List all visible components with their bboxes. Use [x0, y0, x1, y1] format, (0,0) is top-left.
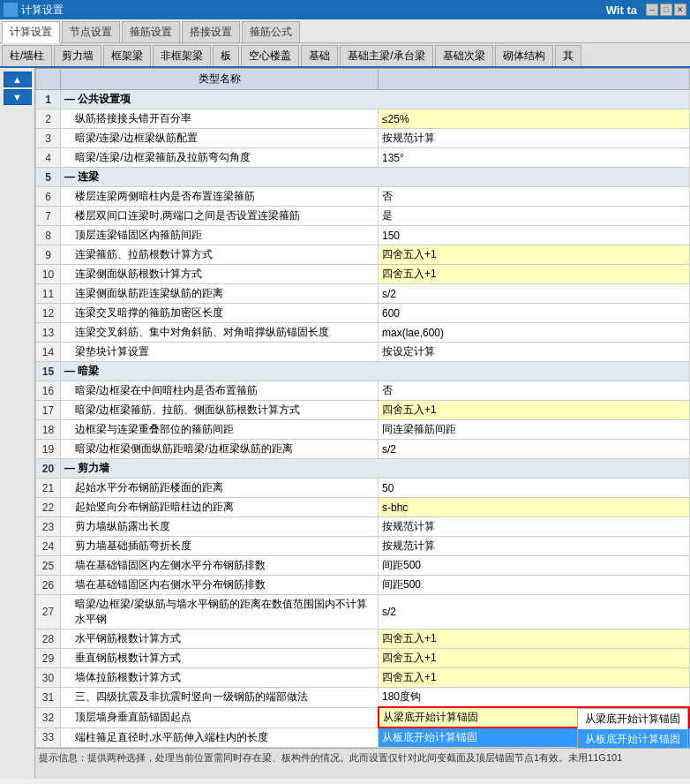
- tab-stirrup-settings[interactable]: 箍筋设置: [122, 21, 180, 42]
- table-row: 19 暗梁/边框梁侧面纵筋距暗梁/边框梁纵筋的距离 s/2: [36, 440, 690, 459]
- cell-value-23: 按规范计算: [382, 539, 435, 552]
- row-num-25: 26: [36, 576, 61, 595]
- cell-value-21: s-bhc: [382, 501, 408, 514]
- close-button[interactable]: ✕: [674, 4, 686, 16]
- row-value-cell-13[interactable]: 按设定计算: [379, 343, 690, 362]
- row-value-cell-26[interactable]: s/2: [379, 595, 690, 629]
- row-name-21: 起始竖向分布钢筋距暗柱边的距离: [61, 498, 379, 517]
- row-value-cell-11[interactable]: 600: [379, 304, 690, 323]
- cell-value-5: 否: [382, 190, 393, 202]
- tab-calc-settings[interactable]: 计算设置: [2, 21, 60, 43]
- row-value-cell-22[interactable]: 按规范计算: [379, 517, 690, 537]
- row-num-9: 10: [36, 265, 61, 284]
- row-value-cell-23[interactable]: 按规范计算: [379, 537, 690, 556]
- row-name-12: 连梁交叉斜筋、集中对角斜筋、对角暗撑纵筋锚固长度: [61, 323, 379, 343]
- subtab-shearwall[interactable]: 剪力墙: [54, 45, 101, 66]
- table-row: 21 起始水平分布钢筋距楼面的距离 50: [36, 479, 690, 498]
- col-value-header: [379, 69, 690, 90]
- subtab-sec-beam[interactable]: 基础次梁: [435, 45, 493, 66]
- row-value-cell-29[interactable]: 四舍五入+1: [379, 668, 690, 688]
- row-name-7: 顶层连梁锚固区内箍筋间距: [61, 226, 379, 245]
- row-value-cell-5[interactable]: 否: [379, 187, 690, 207]
- row-num-29: 30: [36, 668, 61, 688]
- row-name-16: 暗梁/边框梁箍筋、拉筋、侧面纵筋根数计算方式: [61, 401, 379, 420]
- row-value-cell-28[interactable]: 四舍五入+1: [379, 649, 690, 668]
- table-container[interactable]: 类型名称 1 — 公共设置项 2 纵筋搭接接头错开百分率 ≤25% 3 暗梁/连…: [35, 68, 690, 748]
- row-value-cell-21[interactable]: s-bhc: [379, 498, 690, 517]
- row-value-cell-31[interactable]: 从梁底开始计算锚固 从梁底开始计算锚固 从板底开始计算锚固 从梁底开始计算锚固: [379, 707, 690, 727]
- tab-stirrup-formula[interactable]: 箍筋公式: [242, 21, 300, 42]
- subtab-frame-beam[interactable]: 框架梁: [103, 45, 151, 66]
- row-value-cell-9[interactable]: 四舍五入+1: [379, 265, 690, 284]
- maximize-button[interactable]: □: [660, 4, 672, 16]
- row-num-6: 7: [36, 207, 61, 226]
- row-value-cell-8[interactable]: 四舍五入+1: [379, 245, 690, 265]
- row-num-12: 13: [36, 323, 61, 343]
- tab-splice-settings[interactable]: 搭接设置: [182, 21, 240, 42]
- row-num-10: 11: [36, 284, 61, 304]
- row-value-cell-3[interactable]: 135°: [379, 148, 690, 168]
- row-value-cell-20[interactable]: 50: [379, 479, 690, 498]
- row-num-20: 21: [36, 479, 61, 498]
- table-row: 30 墙体拉筋根数计算方式 四舍五入+1: [36, 668, 690, 688]
- row-value-cell-6[interactable]: 是: [379, 207, 690, 226]
- subtab-foundation[interactable]: 基础: [301, 45, 338, 66]
- cell-value-17: 同连梁箍筋间距: [382, 423, 456, 435]
- row-value-cell-17[interactable]: 同连梁箍筋间距: [379, 420, 690, 440]
- row-value-cell-10[interactable]: s/2: [379, 284, 690, 304]
- table-row: 9 连梁箍筋、拉筋根数计算方式 四舍五入+1: [36, 245, 690, 265]
- row-name-32: 端柱箍足直径时,水平筋伸入端柱内的长度: [61, 727, 379, 748]
- row-value-cell-30[interactable]: 180度钩: [379, 688, 690, 708]
- row-value-cell-1[interactable]: ≤25%: [379, 109, 690, 129]
- cell-value-22: 按规范计算: [382, 520, 435, 532]
- row-value-cell-12[interactable]: max(lae,600): [379, 323, 690, 343]
- table-row: 24 剪力墙基础插筋弯折长度 按规范计算: [36, 537, 690, 556]
- row-value-cell-16[interactable]: 四舍五入+1: [379, 401, 690, 420]
- dropdown-menu[interactable]: 从梁底开始计算锚固 从板底开始计算锚固 从梁底开始计算锚固: [577, 708, 688, 748]
- table-row: 7 楼层双间口连梁时,两端口之间是否设置连梁箍筋 是: [36, 207, 690, 226]
- row-value-cell-25[interactable]: 间距500: [379, 576, 690, 595]
- table-row: 31 三、四级抗震及非抗震时竖向一级钢筋的端部做法 180度钩: [36, 688, 690, 708]
- row-num-14: 15: [36, 362, 61, 381]
- cell-value-32: 从板底开始计算锚固: [382, 731, 477, 743]
- row-num-23: 24: [36, 537, 61, 556]
- settings-table: 类型名称 1 — 公共设置项 2 纵筋搭接接头错开百分率 ≤25% 3 暗梁/连…: [35, 68, 690, 748]
- cell-value-6: 是: [382, 209, 393, 222]
- table-row: 11 连梁侧面纵筋距连梁纵筋的距离 s/2: [36, 284, 690, 304]
- subtab-slab[interactable]: 板: [213, 45, 239, 66]
- table-row: 2 纵筋搭接接头错开百分率 ≤25%: [36, 109, 690, 129]
- left-panel: ▲ ▼: [0, 68, 35, 779]
- dropdown-item-1[interactable]: 从板底开始计算锚固: [578, 729, 687, 748]
- row-value-cell-2[interactable]: 按规范计算: [379, 129, 690, 148]
- left-btn-2[interactable]: ▼: [4, 89, 32, 105]
- row-value-cell-18[interactable]: s/2: [379, 440, 690, 459]
- subtab-nonframe-beam[interactable]: 非框架梁: [153, 45, 211, 66]
- cell-value-31: 从梁底开始计算锚固: [383, 711, 478, 723]
- row-value-cell-15[interactable]: 否: [379, 381, 690, 401]
- left-btn-1[interactable]: ▲: [4, 72, 32, 87]
- dropdown-item-0[interactable]: 从梁底开始计算锚固: [578, 709, 687, 729]
- col-name-header: 类型名称: [61, 69, 379, 90]
- table-row: 20 — 剪力墙: [36, 459, 690, 479]
- minimize-button[interactable]: ─: [646, 4, 658, 16]
- row-name-8: 连梁箍筋、拉筋根数计算方式: [61, 245, 379, 265]
- row-value-cell-24[interactable]: 间距500: [379, 556, 690, 576]
- row-num-18: 19: [36, 440, 61, 459]
- subtab-masonry[interactable]: 砌体结构: [495, 45, 553, 66]
- tab-node-settings[interactable]: 节点设置: [62, 21, 120, 42]
- row-num-2: 3: [36, 129, 61, 148]
- subtab-hollow[interactable]: 空心楼盖: [241, 45, 299, 66]
- row-value-cell-27[interactable]: 四舍五入+1: [379, 629, 690, 649]
- table-row: 12 连梁交叉暗撑的箍筋加密区长度 600: [36, 304, 690, 323]
- row-name-11: 连梁交叉暗撑的箍筋加密区长度: [61, 304, 379, 323]
- cell-value-13: 按设定计算: [382, 345, 435, 358]
- row-name-31: 顶层墙身垂直筋锚固起点: [61, 707, 379, 727]
- cell-value-8: 四舍五入+1: [382, 248, 437, 260]
- subtab-column[interactable]: 柱/墙柱: [2, 45, 52, 66]
- subtab-main-beam[interactable]: 基础主梁/承台梁: [340, 45, 432, 66]
- subtab-other[interactable]: 其: [555, 45, 581, 66]
- table-row: 4 暗梁/连梁/边框梁箍筋及拉筋弯勾角度 135°: [36, 148, 690, 168]
- row-num-7: 8: [36, 226, 61, 245]
- row-value-cell-7[interactable]: 150: [379, 226, 690, 245]
- table-row: 6 楼层连梁两侧暗柱内是否布置连梁箍筋 否: [36, 187, 690, 207]
